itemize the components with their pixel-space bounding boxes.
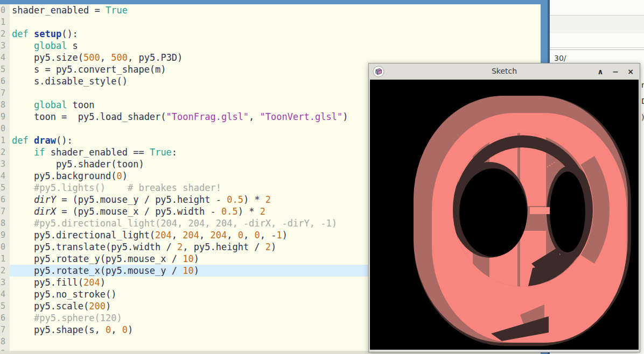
code-line[interactable] — [10, 16, 541, 28]
line-number: 0 — [0, 241, 10, 253]
line-number: 2 — [0, 28, 10, 40]
line-number: 8 — [0, 336, 10, 348]
line-number: 3 — [0, 277, 10, 288]
line-number: 0 — [0, 123, 10, 134]
line-number: 4 — [0, 52, 10, 63]
sketch-window: Sketch ∧ − × — [368, 63, 640, 352]
line-number: 6 — [0, 194, 10, 206]
shade-button[interactable]: ∧ — [596, 67, 605, 76]
code-line[interactable]: def setup(): — [10, 28, 541, 40]
clipped-text-fragment: D — [641, 97, 644, 105]
line-number: 1 — [0, 16, 10, 28]
close-button[interactable]: × — [626, 67, 635, 76]
row-band — [550, 16, 644, 33]
screen: 30/ n D ) 012345678901234567890123456789… — [0, 0, 644, 354]
divider-line — [550, 49, 644, 50]
line-number: 6 — [0, 75, 10, 87]
code-line[interactable]: global s — [10, 40, 541, 52]
code-line[interactable]: py5.size(500, 500, py5.P3D) — [10, 52, 541, 63]
line-number: 8 — [0, 99, 10, 111]
line-number: 0 — [0, 4, 10, 16]
line-number: 3 — [0, 40, 10, 52]
line-number: 7 — [0, 324, 10, 336]
line-number: 5 — [0, 63, 10, 75]
hole-opening-right — [550, 172, 585, 252]
line-number: 2 — [0, 265, 10, 277]
minimize-button[interactable]: − — [611, 67, 620, 76]
clipped-text-fragment: n — [641, 81, 644, 89]
lit-bar — [530, 207, 550, 214]
divider-line — [550, 47, 644, 48]
gutter: 012345678901234567890123456789 — [0, 4, 10, 351]
line-number: 7 — [0, 87, 10, 99]
line-number: 5 — [0, 300, 10, 312]
partial-row-text: 30/ — [554, 54, 566, 62]
line-number: 8 — [0, 217, 10, 229]
line-number: 2 — [0, 146, 10, 158]
hole-opening-left — [459, 168, 527, 257]
line-number: 1 — [0, 253, 10, 265]
line-number: 1 — [0, 134, 10, 146]
code-line[interactable]: shader_enabled = True — [10, 4, 541, 16]
line-number: 5 — [0, 182, 10, 194]
line-number: 9 — [0, 229, 10, 241]
editor-top-border — [0, 0, 550, 4]
sketch-canvas[interactable] — [370, 80, 639, 350]
sketch-titlebar[interactable]: Sketch ∧ − × — [369, 63, 640, 80]
line-number: 3 — [0, 158, 10, 170]
line-number: 4 — [0, 288, 10, 300]
clipped-text-fragment: ) — [641, 113, 644, 122]
line-number: 9 — [0, 111, 10, 123]
line-number: 4 — [0, 170, 10, 182]
line-number: 6 — [0, 312, 10, 324]
line-number: 7 — [0, 206, 10, 217]
